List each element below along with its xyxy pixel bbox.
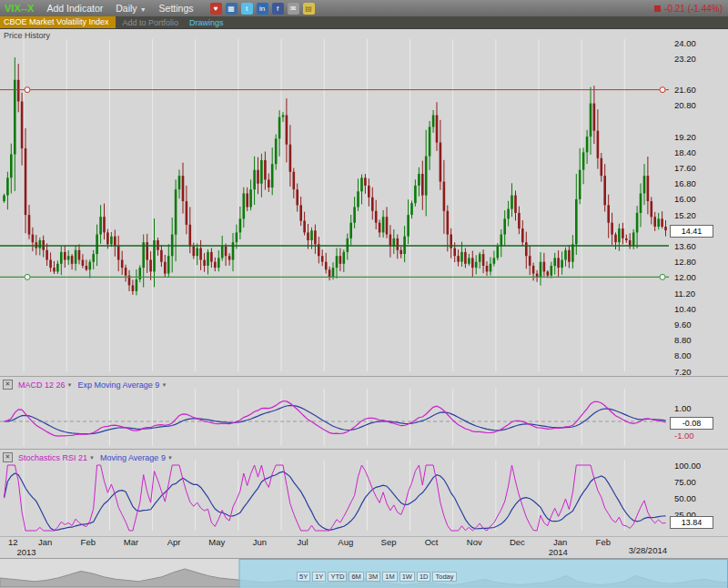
macd-overlay-label[interactable]: Exp Moving Average 9▼	[77, 380, 167, 390]
macd-overlay-text: Exp Moving Average 9	[77, 380, 159, 390]
stoch-indicator-label[interactable]: Stochastics RSI 21▼	[18, 453, 95, 462]
price-history-label[interactable]: Price History	[4, 31, 50, 40]
svg-text:-1.00: -1.00	[674, 431, 694, 441]
macd-pane	[0, 401, 669, 437]
svg-text:23.20: 23.20	[674, 54, 696, 64]
chevron-down-icon: ▼	[161, 382, 167, 388]
trading-app-window: VIX--X Add Indicator Daily▼ Settings ♥▦t…	[0, 0, 728, 588]
horizontal-trendline[interactable]	[0, 274, 669, 279]
time-axis: 12JanFebMarAprMayJunJulAugSepOctNovDecJa…	[8, 537, 667, 557]
range-button-3m[interactable]: 3M	[366, 572, 380, 582]
chevron-down-icon: ▼	[140, 6, 147, 13]
symbol-info-bar: CBOE Market Volatility Index Add to Port…	[0, 16, 728, 29]
trendline-handle	[25, 274, 30, 279]
svg-text:16.80: 16.80	[674, 178, 696, 188]
end-date-label: 3/28/2014	[629, 545, 667, 555]
svg-text:15.20: 15.20	[674, 210, 696, 220]
candlestick-series	[3, 57, 667, 295]
svg-text:Sep: Sep	[381, 537, 397, 547]
svg-text:Nov: Nov	[467, 537, 482, 547]
chevron-down-icon: ▼	[89, 455, 95, 461]
svg-text:9.60: 9.60	[674, 319, 692, 329]
svg-text:12.00: 12.00	[674, 272, 696, 282]
trendline-handle	[660, 87, 665, 93]
range-button-6m[interactable]: 6M	[349, 572, 363, 582]
trendline-handle	[660, 274, 665, 279]
drawings-button[interactable]: Drawings	[189, 18, 224, 27]
settings-button[interactable]: Settings	[159, 3, 194, 14]
quote-change: -0.21 (-1.44%)	[654, 4, 723, 14]
time-navigator[interactable]: 5Y1YYTD6M3M1M1W1DToday	[0, 558, 728, 588]
svg-text:100.00: 100.00	[674, 461, 701, 471]
svg-text:Jan: Jan	[38, 537, 52, 547]
svg-text:20.80: 20.80	[674, 100, 696, 110]
top-toolbar: VIX--X Add Indicator Daily▼ Settings ♥▦t…	[0, 0, 728, 17]
add-indicator-button[interactable]: Add Indicator	[46, 3, 103, 14]
svg-text:2014: 2014	[549, 547, 568, 557]
svg-text:17.60: 17.60	[674, 163, 696, 173]
range-button-1m[interactable]: 1M	[382, 572, 397, 582]
svg-text:Jun: Jun	[253, 537, 267, 547]
chart-canvas[interactable]: 24.0023.2021.6020.8019.2018.4017.6016.80…	[0, 28, 728, 558]
stoch-overlay-label[interactable]: Moving Average 9▼	[100, 453, 173, 462]
macd-signal-line	[5, 405, 666, 433]
svg-text:19.20: 19.20	[674, 132, 696, 142]
svg-text:8.80: 8.80	[674, 335, 692, 345]
price-pane-header: Price History	[4, 31, 50, 40]
range-button-1w[interactable]: 1W	[399, 572, 415, 582]
stoch-axis: 100.0075.0050.0025.00	[674, 461, 701, 520]
chevron-down-icon: ▼	[67, 382, 73, 388]
symbol-label[interactable]: VIX--X	[5, 3, 34, 14]
stoch-pane-header: ✕ Stochastics RSI 21▼ Moving Average 9▼	[3, 452, 173, 462]
svg-text:24.00: 24.00	[674, 38, 696, 48]
svg-text:May: May	[208, 537, 225, 547]
range-button-5y[interactable]: 5Y	[297, 572, 310, 582]
stoch-overlay-text: Moving Average 9	[100, 453, 166, 462]
bar-chart-icon[interactable]: ▦	[226, 3, 238, 15]
macd-indicator-label[interactable]: MACD 12 26▼	[18, 380, 72, 390]
period-dropdown[interactable]: Daily▼	[116, 3, 146, 14]
add-to-portfolio-button[interactable]: Add to Portfolio	[123, 18, 179, 27]
down-indicator-icon	[654, 5, 661, 12]
price-history-text: Price History	[4, 31, 50, 40]
svg-text:Jan: Jan	[553, 537, 567, 547]
svg-text:Jul: Jul	[298, 537, 308, 547]
svg-text:Dec: Dec	[510, 537, 525, 547]
range-button-1y[interactable]: 1Y	[312, 572, 326, 582]
svg-text:18.40: 18.40	[674, 147, 696, 157]
facebook-icon[interactable]: f	[272, 3, 284, 15]
svg-text:10.40: 10.40	[674, 304, 696, 314]
stoch-pane	[5, 465, 666, 531]
price-change-label: -0.21 (-1.44%)	[664, 4, 723, 14]
svg-text:16.00: 16.00	[674, 194, 696, 204]
svg-text:2013: 2013	[16, 547, 35, 557]
symbol-name-label: CBOE Market Volatility Index	[0, 16, 116, 28]
horizontal-trendline[interactable]	[0, 87, 669, 93]
note-icon[interactable]: ▤	[303, 3, 315, 15]
range-button-ytd[interactable]: YTD	[328, 572, 347, 582]
svg-text:Aug: Aug	[338, 537, 353, 547]
mail-icon[interactable]: ✉	[288, 3, 299, 15]
toolbar-icons: ♥▦tinf✉▤	[210, 3, 315, 15]
twitter-icon[interactable]: t	[241, 3, 253, 15]
svg-text:50.00: 50.00	[674, 493, 696, 503]
svg-text:Mar: Mar	[124, 537, 138, 547]
svg-text:12.80: 12.80	[674, 257, 696, 267]
svg-text:Oct: Oct	[425, 537, 439, 547]
svg-text:7.20: 7.20	[674, 367, 692, 377]
close-macd-pane-button[interactable]: ✕	[3, 380, 13, 390]
share-icon[interactable]: in	[257, 3, 268, 15]
chart-area[interactable]: 24.0023.2021.6020.8019.2018.4017.6016.80…	[0, 28, 728, 558]
close-stoch-pane-button[interactable]: ✕	[3, 452, 13, 462]
svg-text:Feb: Feb	[596, 537, 611, 547]
svg-text:11.20: 11.20	[674, 289, 695, 299]
chevron-down-icon: ▼	[167, 455, 173, 461]
range-button-1d[interactable]: 1D	[417, 572, 431, 582]
macd-pane-header: ✕ MACD 12 26▼ Exp Moving Average 9▼	[3, 380, 167, 390]
range-button-today[interactable]: Today	[432, 572, 456, 582]
svg-text:Apr: Apr	[167, 537, 181, 547]
svg-text:8.00: 8.00	[674, 350, 692, 360]
heart-icon[interactable]: ♥	[210, 3, 222, 15]
macd-title-text: MACD 12 26	[18, 380, 66, 390]
trendline-handle	[25, 87, 30, 93]
